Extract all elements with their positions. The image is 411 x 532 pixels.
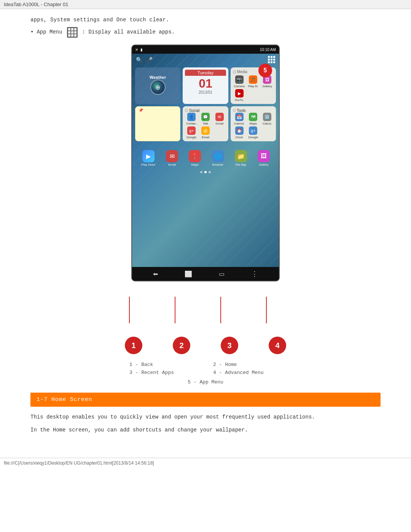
youtube-label: YouTu. bbox=[234, 98, 244, 102]
talk-label: Talk bbox=[203, 122, 208, 125]
calendar-year: 2013/01 bbox=[185, 90, 226, 94]
bullet-line: • App Menu : Display all available apps. bbox=[30, 26, 381, 38]
dock-filemanager[interactable]: 📁 File Mgr bbox=[235, 150, 247, 166]
tablet-nav-bar: ⬅ ⬜ ▭ ⋮ bbox=[132, 267, 279, 281]
youtube-item: ▶ YouTu. bbox=[233, 89, 246, 102]
social-dot bbox=[185, 109, 188, 112]
tools-dot bbox=[233, 109, 236, 112]
email-label: Email bbox=[202, 136, 209, 139]
app-menu-desc: : Display all available apps. bbox=[82, 29, 175, 35]
status-time: 10:10 AM bbox=[260, 48, 276, 52]
back-button[interactable]: ⬅ bbox=[153, 270, 158, 278]
clock-label: Clock bbox=[236, 136, 243, 139]
gallery-label: Gallery bbox=[262, 85, 272, 88]
maps-app-icon: 🗺 bbox=[249, 113, 257, 121]
section-para2: In the Home screen, you can add shortcut… bbox=[30, 426, 381, 435]
browser-label: Browser bbox=[212, 163, 223, 166]
callout-labels: 1 - Back 2 - Home 3 - Recent Apps 4 - Ad… bbox=[129, 362, 282, 375]
tablet-container: ✕ ▮ 10:10 AM 🔍 🎤 bbox=[131, 45, 280, 281]
content-area: apps, System settings and One touch clea… bbox=[0, 9, 411, 446]
camera-item: 📷 Camera bbox=[233, 75, 246, 88]
widgets-area: Weather ⊕ Tuesday 01 2013/01 bbox=[132, 66, 279, 143]
callout-lines-svg bbox=[110, 293, 301, 331]
gallery-item: 🖼 Gallery bbox=[261, 75, 274, 88]
section-para1: This desktop enables you to quickly view… bbox=[30, 413, 381, 422]
clock-icon: ⏰ bbox=[235, 126, 244, 135]
filemanager-icon: 📁 bbox=[235, 150, 247, 162]
dock-maps[interactable]: 📍 Maps bbox=[189, 150, 201, 166]
social-label: Social bbox=[189, 109, 199, 113]
callout-2: 2 bbox=[173, 337, 190, 354]
intro-line1: apps, System settings and One touch clea… bbox=[30, 17, 381, 23]
section-body: This desktop enables you to quickly view… bbox=[30, 413, 381, 435]
page-dot-3 bbox=[209, 171, 211, 173]
dock-browser[interactable]: 🌐 Browser bbox=[212, 150, 224, 166]
tools-label: Tools bbox=[237, 109, 245, 113]
page-dot-1 bbox=[200, 171, 202, 173]
more-options-button[interactable]: ⋮ bbox=[251, 270, 258, 278]
calendar-widget: Tuesday 01 2013/01 bbox=[183, 67, 228, 104]
social-icons: 👤 Contac. 💬 Talk ✉ Gmail bbox=[185, 113, 226, 139]
calendar-day: Tuesday bbox=[185, 70, 226, 76]
weather-widget: Weather ⊕ bbox=[135, 67, 180, 104]
callout-5-circle: 5 bbox=[258, 64, 272, 77]
calc-item: 🔢 Calcul. bbox=[261, 113, 274, 125]
label-recent: 3 - Recent Apps bbox=[129, 370, 198, 375]
bottom-bar: file:///C|/Users/xieqy1/Desktop/EN UG/ch… bbox=[0, 458, 411, 468]
maps-app-label: Maps bbox=[250, 122, 257, 125]
gmail-label: Gmail bbox=[215, 122, 223, 125]
dock-gallery[interactable]: 🖼 Gallery bbox=[258, 150, 270, 166]
tablet-screen: 🔍 🎤 Weather ⊕ bbox=[132, 54, 279, 267]
app-menu-label-text: App Menu bbox=[37, 29, 62, 35]
tablet-status-bar: ✕ ▮ 10:10 AM bbox=[132, 45, 279, 54]
app-menu-icon bbox=[65, 26, 79, 38]
calendar-date: 01 bbox=[185, 76, 226, 90]
email-dock-icon: ✉ bbox=[166, 150, 178, 162]
page-title-bar: IdeaTab A1000L - Chapter 01 bbox=[0, 0, 411, 9]
media-icons: 📷 Camera 🎵 Play M. 🖼 Gallery bbox=[233, 75, 274, 102]
clock-item: ⏰ Clock bbox=[233, 126, 246, 139]
talk-icon: 💬 bbox=[201, 113, 210, 121]
dock-playstore[interactable]: ▶ Play Store bbox=[141, 150, 155, 166]
section-header: 1-7 Home Screen bbox=[30, 393, 381, 407]
playstore-icon: ▶ bbox=[142, 150, 155, 162]
talk-item: 💬 Talk bbox=[199, 113, 212, 125]
calc-icon: 🔢 bbox=[263, 113, 271, 121]
contacts-label: Contac. bbox=[186, 122, 197, 125]
music-icon: 🎵 bbox=[249, 75, 257, 84]
camera-label: Camera bbox=[234, 85, 244, 88]
app-menu-button[interactable] bbox=[268, 56, 275, 63]
page-indicators bbox=[132, 169, 279, 175]
social-header: Social bbox=[185, 109, 226, 113]
tools-widget: Tools 📅 Calend. 🗺 Maps bbox=[231, 106, 276, 141]
music-item: 🎵 Play M. bbox=[247, 75, 260, 88]
maps-dock-label: Maps bbox=[191, 163, 199, 166]
media-label: Media bbox=[237, 70, 247, 74]
earth-globe: ⊕ bbox=[150, 80, 166, 95]
email-dock-label: Email bbox=[168, 163, 176, 166]
tablet-top-bar: 🔍 🎤 bbox=[132, 54, 279, 66]
dock-email[interactable]: ✉ Email bbox=[166, 150, 178, 166]
home-button[interactable]: ⬜ bbox=[185, 270, 192, 278]
search-icon[interactable]: 🔍 bbox=[136, 57, 142, 63]
recent-apps-button[interactable]: ▭ bbox=[219, 270, 225, 278]
gallery-dock-label: Gallery bbox=[259, 163, 268, 166]
maps-app-item: 🗺 Maps bbox=[247, 113, 260, 125]
note-pin-icon: 📌 bbox=[139, 108, 143, 112]
tools-icons: 📅 Calend. 🗺 Maps 🔢 Calcul. bbox=[233, 113, 274, 139]
status-left: ✕ ▮ bbox=[135, 48, 143, 52]
label-home: 2 - Home bbox=[213, 362, 282, 367]
calendar-app-label: Calend. bbox=[234, 122, 245, 125]
mic-icon[interactable]: 🎤 bbox=[146, 57, 153, 63]
label-back: 1 - Back bbox=[129, 362, 198, 367]
signal-icon: ✕ bbox=[135, 48, 138, 52]
social-widget: Social 👤 Contac. 💬 Talk bbox=[183, 106, 228, 141]
page-dot-2 bbox=[204, 171, 207, 173]
youtube-icon: ▶ bbox=[235, 89, 244, 97]
google-app-item: g+ Google bbox=[247, 126, 260, 139]
camera-icon: 📷 bbox=[235, 75, 244, 84]
calendar-app-item: 📅 Calend. bbox=[233, 113, 246, 125]
maps-dock-icon: 📍 bbox=[189, 150, 201, 162]
google-label: Google bbox=[248, 136, 258, 139]
bullet-dot: • bbox=[30, 29, 33, 35]
